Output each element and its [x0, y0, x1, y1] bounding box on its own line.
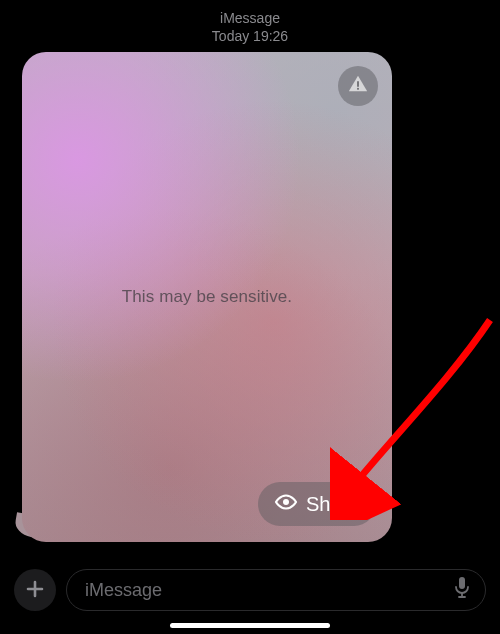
show-button-label: Show	[306, 493, 356, 516]
warning-icon	[347, 73, 369, 99]
add-button[interactable]	[14, 569, 56, 611]
svg-rect-0	[357, 81, 359, 87]
dictation-button[interactable]	[453, 576, 471, 604]
microphone-icon	[453, 576, 471, 604]
svg-rect-4	[459, 577, 465, 589]
sensitive-warning-text: This may be sensitive.	[22, 52, 392, 542]
svg-point-2	[283, 499, 289, 505]
message-input[interactable]	[85, 580, 453, 601]
timestamp-label: Today 19:26	[0, 28, 500, 46]
home-indicator[interactable]	[170, 623, 330, 628]
show-button[interactable]: Show	[258, 482, 376, 526]
service-label: iMessage	[0, 10, 500, 28]
warning-badge[interactable]	[338, 66, 378, 106]
plus-icon	[25, 577, 45, 603]
svg-rect-1	[357, 88, 359, 90]
eye-icon	[274, 490, 298, 519]
incoming-message: This may be sensitive. Show	[22, 52, 392, 542]
sensitive-image-bubble[interactable]: This may be sensitive. Show	[22, 52, 392, 542]
message-input-container[interactable]	[66, 569, 486, 611]
compose-bar	[14, 568, 486, 612]
conversation-header: iMessage Today 19:26	[0, 0, 500, 45]
